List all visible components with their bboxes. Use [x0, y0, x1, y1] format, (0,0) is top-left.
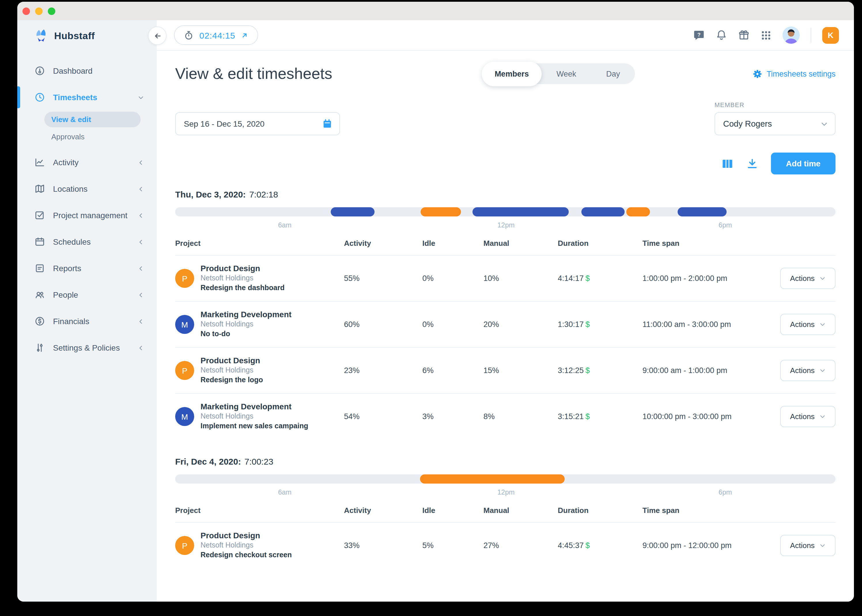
logo[interactable]: Hubstaff — [17, 20, 157, 44]
idle-value: 3% — [422, 412, 484, 421]
timeline-segment — [581, 207, 625, 217]
notifications-button[interactable] — [715, 29, 727, 41]
table-row: P Product Design Netsoft Holdings Redesi… — [175, 523, 835, 568]
sidebar-item-label: Timesheets — [53, 93, 130, 102]
map-icon — [35, 184, 45, 194]
chevron-down-icon — [138, 94, 144, 101]
activity-value: 60% — [344, 320, 422, 329]
sidebar-item-label: Project management — [53, 211, 130, 220]
actions-button[interactable]: Actions — [780, 268, 835, 289]
project-avatar: M — [175, 407, 194, 426]
money-icon: $ — [585, 320, 590, 329]
day-date: Fri, Dec 4, 2020: — [175, 457, 241, 466]
timeline-tick-label: 12pm — [497, 221, 515, 229]
chevron-down-icon — [819, 542, 826, 548]
project-company: Netsoft Holdings — [200, 274, 285, 283]
duration-value: 4:45:37$ — [558, 541, 643, 550]
clock-icon — [35, 92, 45, 102]
activity-chart-icon — [35, 157, 45, 168]
project-company: Netsoft Holdings — [200, 541, 292, 551]
people-icon — [35, 289, 45, 300]
money-icon: $ — [585, 274, 590, 283]
chevron-left-icon — [138, 344, 144, 351]
timeline-track — [175, 475, 835, 484]
col-manual: Manual — [484, 239, 558, 248]
actions-button[interactable]: Actions — [780, 314, 835, 335]
columns-button[interactable] — [722, 157, 733, 170]
sidebar-item-dashboard[interactable]: Dashboard — [17, 61, 157, 80]
member-dropdown[interactable]: Cody Rogers — [714, 112, 835, 135]
chevron-down-icon — [819, 275, 826, 281]
activity-value: 55% — [344, 274, 422, 283]
col-timespan: Time span — [643, 506, 775, 515]
actions-button[interactable]: Actions — [780, 406, 835, 427]
sidebar-subitem-approvals[interactable]: Approvals — [44, 129, 140, 145]
open-timer-icon[interactable] — [241, 31, 249, 39]
bell-icon — [715, 29, 727, 41]
project-task: Implement new sales campaing — [200, 422, 308, 432]
col-activity: Activity — [344, 506, 422, 515]
money-icon: $ — [585, 366, 590, 375]
activity-value: 23% — [344, 366, 422, 375]
page-title: View & edit timesheets — [175, 65, 365, 83]
manual-value: 27% — [484, 541, 558, 550]
sidebar-item-people[interactable]: People — [17, 285, 157, 305]
money-icon: $ — [585, 412, 590, 421]
sidebar-item-locations[interactable]: Locations — [17, 179, 157, 199]
whats-new-button[interactable] — [738, 29, 750, 41]
organization-badge[interactable]: K — [822, 27, 839, 44]
close-window-button[interactable] — [22, 7, 30, 15]
actions-button[interactable]: Actions — [780, 535, 835, 556]
day-total: 7:02:18 — [249, 189, 278, 199]
timeline-segment — [626, 207, 650, 217]
project-name: Product Design — [200, 264, 285, 274]
zoom-window-button[interactable] — [48, 7, 55, 15]
timeline-segment — [678, 207, 726, 217]
actions-label: Actions — [790, 366, 815, 375]
subitem-label: Approvals — [51, 132, 85, 141]
tab-day[interactable]: Day — [591, 69, 635, 78]
sidebar-item-financials[interactable]: Financials — [17, 311, 157, 331]
timeline-tick-label: 6pm — [719, 488, 732, 496]
minimize-window-button[interactable] — [35, 7, 43, 15]
columns-icon — [722, 157, 733, 170]
timeline-tick-label: 6am — [278, 221, 292, 229]
day-header: Fri, Dec 4, 2020:7:00:23 — [175, 457, 835, 466]
user-avatar[interactable] — [783, 27, 800, 44]
tab-week[interactable]: Week — [541, 69, 591, 78]
sidebar-item-project-management[interactable]: Project management — [17, 206, 157, 225]
project-name: Product Design — [200, 531, 292, 541]
tab-members[interactable]: Members — [482, 61, 542, 86]
table-row: M Marketing Development Netsoft Holdings… — [175, 394, 835, 439]
actions-label: Actions — [790, 541, 815, 550]
day-header: Thu, Dec 3, 2020:7:02:18 — [175, 189, 835, 199]
sidebar-item-label: Reports — [53, 264, 130, 273]
dollar-circle-icon — [35, 316, 45, 327]
add-time-button[interactable]: Add time — [771, 152, 835, 174]
sidebar-item-timesheets[interactable]: Timesheets — [17, 88, 157, 107]
table-header: Project Activity Idle Manual Duration Ti… — [175, 506, 835, 523]
sidebar-item-activity[interactable]: Activity — [17, 152, 157, 172]
gift-icon — [738, 29, 750, 41]
view-tabs: Members Week Day — [483, 63, 635, 84]
apps-grid-button[interactable] — [761, 30, 772, 41]
sidebar-item-schedules[interactable]: Schedules — [17, 232, 157, 251]
sidebar-item-label: Activity — [53, 158, 130, 167]
back-button[interactable] — [148, 27, 167, 45]
actions-button[interactable]: Actions — [780, 360, 835, 381]
project-task: Redesign the dashboard — [200, 283, 285, 293]
task-check-icon — [35, 210, 45, 220]
stopwatch-icon — [184, 30, 194, 40]
timer-widget[interactable]: 02:44:15 — [174, 25, 258, 45]
timesheets-submenu: View & edit Approvals — [17, 112, 157, 145]
help-button[interactable]: ? — [693, 29, 705, 41]
sidebar-item-reports[interactable]: Reports — [17, 258, 157, 278]
date-range-picker[interactable]: Sep 16 - Dec 15, 2020 — [175, 112, 340, 135]
sidebar-item-label: Schedules — [53, 237, 130, 247]
export-button[interactable] — [746, 157, 758, 170]
activity-value: 33% — [344, 541, 422, 550]
sidebar-item-settings-policies[interactable]: Settings & Policies — [17, 338, 157, 358]
sidebar-subitem-view-edit[interactable]: View & edit — [44, 112, 140, 127]
timesheets-settings-link[interactable]: Timesheets settings — [753, 69, 835, 79]
gear-icon — [753, 69, 763, 79]
